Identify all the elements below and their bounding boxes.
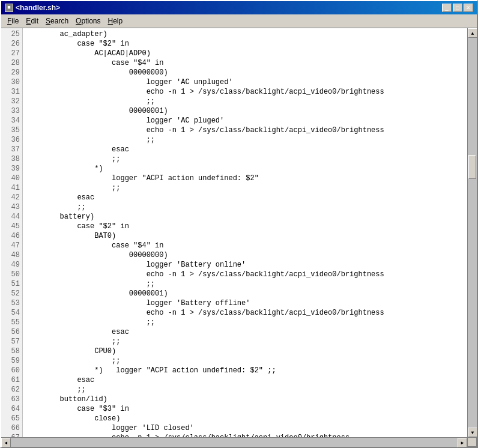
- menu-search[interactable]: Search: [42, 16, 72, 26]
- code-line: 00000000): [25, 68, 465, 77]
- line-number: 66: [4, 423, 20, 433]
- line-number: 39: [4, 164, 20, 174]
- code-line: ;;: [25, 135, 465, 145]
- window-title: <handler.sh>: [16, 4, 60, 12]
- code-line: logger 'AC pluged': [25, 116, 465, 126]
- scroll-track-vertical[interactable]: [468, 38, 477, 428]
- code-line: 00000000): [25, 250, 465, 260]
- line-number: 52: [4, 289, 20, 298]
- code-line: case "$2" in: [25, 39, 465, 49]
- line-number: 60: [4, 366, 20, 375]
- line-number: 45: [4, 222, 20, 231]
- title-bar-buttons: _ □ ✕: [442, 4, 473, 12]
- editor-area: 2526272829303132333435363738394041424344…: [1, 28, 477, 437]
- line-number: 37: [4, 145, 20, 154]
- scroll-right-button[interactable]: ►: [458, 438, 467, 447]
- code-line: echo -n 1 > /sys/class/backlight/acpi_vi…: [25, 126, 465, 135]
- scroll-track-horizontal[interactable]: [11, 438, 458, 447]
- code-line: AC|ACAD|ADP0): [25, 49, 465, 58]
- line-number: 47: [4, 241, 20, 250]
- menu-options[interactable]: Options: [72, 16, 104, 26]
- line-number: 63: [4, 395, 20, 404]
- window-icon: ■: [5, 4, 13, 12]
- line-number: 44: [4, 212, 20, 222]
- code-line: BAT0): [25, 231, 465, 241]
- line-number: 56: [4, 327, 20, 337]
- code-line: echo -n 1 > /sys/class/backlight/acpi_vi…: [25, 270, 465, 279]
- code-line: ac_adapter): [25, 29, 465, 39]
- line-number: 55: [4, 318, 20, 327]
- line-number: 35: [4, 126, 20, 135]
- line-number: 61: [4, 375, 20, 385]
- code-line: esac: [25, 193, 465, 202]
- code-line: ;;: [25, 318, 465, 327]
- title-bar-left: ■ <handler.sh>: [5, 4, 60, 12]
- line-number: 28: [4, 58, 20, 68]
- scroll-thumb-vertical[interactable]: [468, 155, 476, 179]
- bottom-bar: ◄ ►: [1, 437, 477, 447]
- close-button[interactable]: ✕: [464, 4, 473, 12]
- line-number: 64: [4, 404, 20, 414]
- line-number: 51: [4, 279, 20, 289]
- line-number: 25: [4, 29, 20, 39]
- line-number: 65: [4, 414, 20, 423]
- code-line: case "$3" in: [25, 404, 465, 414]
- menu-file[interactable]: File: [4, 16, 22, 26]
- code-line: logger "ACPI action undefined: $2": [25, 174, 465, 183]
- scroll-left-button[interactable]: ◄: [1, 438, 11, 447]
- code-line: case "$4" in: [25, 58, 465, 68]
- title-bar: ■ <handler.sh> _ □ ✕: [1, 1, 477, 14]
- code-line: esac: [25, 375, 465, 385]
- menu-help[interactable]: Help: [104, 16, 126, 26]
- line-number: 46: [4, 231, 20, 241]
- main-window: ■ <handler.sh> _ □ ✕ File Edit Search Op…: [0, 0, 478, 448]
- code-line: esac: [25, 327, 465, 337]
- code-line: logger 'Battery online': [25, 260, 465, 270]
- line-number: 32: [4, 97, 20, 106]
- line-number: 67: [4, 433, 20, 437]
- code-line: ;;: [25, 202, 465, 212]
- line-number: 49: [4, 260, 20, 270]
- code-line: CPU0): [25, 347, 465, 356]
- vertical-scrollbar[interactable]: ▲ ▼: [467, 28, 477, 437]
- code-line: logger 'AC unpluged': [25, 77, 465, 87]
- code-line: button/lid): [25, 395, 465, 404]
- code-line: 00000001): [25, 289, 465, 298]
- scroll-up-button[interactable]: ▲: [468, 28, 477, 38]
- line-number: 59: [4, 356, 20, 366]
- code-line: esac: [25, 145, 465, 154]
- code-line: battery): [25, 212, 465, 222]
- line-number: 38: [4, 154, 20, 164]
- code-line: echo -n 1 > /sys/class/backlight/acpi_vi…: [25, 433, 465, 437]
- line-number: 43: [4, 202, 20, 212]
- line-number: 34: [4, 116, 20, 126]
- code-line: case "$2" in: [25, 222, 465, 231]
- line-number: 57: [4, 337, 20, 347]
- code-line: ;;: [25, 356, 465, 366]
- minimize-button[interactable]: _: [442, 4, 452, 12]
- code-line: case "$4" in: [25, 241, 465, 250]
- code-line: ;;: [25, 385, 465, 395]
- line-number: 30: [4, 77, 20, 87]
- line-number: 26: [4, 39, 20, 49]
- menu-edit[interactable]: Edit: [22, 16, 42, 26]
- maximize-button[interactable]: □: [453, 4, 462, 12]
- scroll-down-button[interactable]: ▼: [468, 428, 477, 437]
- line-number: 42: [4, 193, 20, 202]
- code-line: ;;: [25, 279, 465, 289]
- scrollbar-corner: [467, 437, 477, 447]
- menu-bar: File Edit Search Options Help: [1, 14, 477, 28]
- code-line: logger 'Battery offline': [25, 298, 465, 308]
- code-line: echo -n 1 > /sys/class/backlight/acpi_vi…: [25, 308, 465, 318]
- code-line: echo -n 1 > /sys/class/backlight/acpi_vi…: [25, 87, 465, 97]
- code-line: 00000001): [25, 106, 465, 116]
- line-number: 31: [4, 87, 20, 97]
- code-line: *): [25, 164, 465, 174]
- horizontal-scrollbar[interactable]: ◄ ►: [1, 437, 467, 447]
- code-content[interactable]: ac_adapter) case "$2" in AC|ACAD|ADP0) c…: [23, 28, 467, 437]
- line-number: 33: [4, 106, 20, 116]
- line-numbers: 2526272829303132333435363738394041424344…: [1, 28, 23, 437]
- code-line: ;;: [25, 337, 465, 347]
- code-line: close): [25, 414, 465, 423]
- line-number: 48: [4, 250, 20, 260]
